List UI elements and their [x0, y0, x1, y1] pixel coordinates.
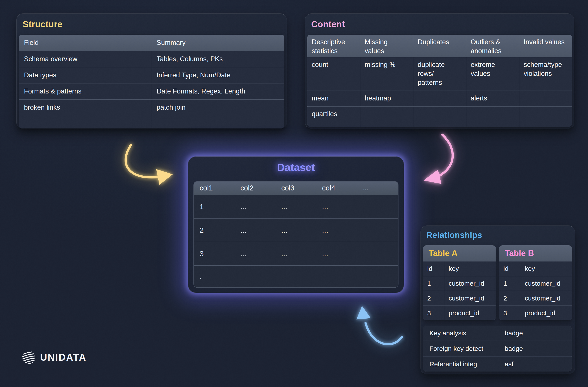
table-cell: [357, 195, 398, 219]
unidata-logo: UNIDATA: [22, 350, 86, 364]
table-cell: ...: [316, 219, 357, 242]
relationship-tables: Table A id key 1 customer_id 2 customer_…: [423, 245, 572, 320]
table-cell: ...: [275, 242, 316, 266]
relationship-check-row: Referential integ asf: [423, 356, 572, 371]
dataset-title: Dataset: [188, 161, 404, 174]
table-cell: duplicate rows/ patterns: [413, 57, 466, 90]
table-cell: 1: [194, 195, 235, 219]
table-cell: 2: [423, 291, 444, 306]
table-b-title: Table B: [499, 245, 572, 261]
table-cell: [357, 219, 398, 242]
table-cell: customer_id: [444, 291, 496, 306]
table-cell: customer_id: [520, 276, 572, 291]
dataset-header: col1: [194, 181, 235, 195]
structure-header-summary: Summary: [151, 35, 284, 51]
table-a-title: Table A: [423, 245, 496, 261]
table-cell: 2: [194, 219, 235, 242]
relationships-panel: Relationships Table A id key 1 customer_…: [420, 226, 575, 375]
check-value: badge: [505, 341, 572, 356]
dataset-header: col2: [235, 181, 275, 195]
check-label: Key analysis: [423, 326, 505, 341]
table-cell: [360, 107, 413, 127]
content-header: Duplicates: [413, 35, 466, 57]
relationship-check-row: Foreign key detect badge: [423, 341, 572, 356]
table-b-header-key: key: [520, 261, 572, 276]
table-cell: mean: [307, 90, 360, 106]
table-cell: ...: [235, 242, 275, 266]
table-cell: 3: [194, 242, 235, 266]
table-cell: patch join: [151, 99, 284, 128]
table-cell: heatmap: [360, 90, 413, 106]
table-a: Table A id key 1 customer_id 2 customer_…: [423, 245, 496, 320]
content-to-dataset-arrow: [423, 135, 453, 184]
content-header: Missing values: [360, 35, 413, 57]
dataset-header: col4: [316, 181, 357, 195]
content-header: Outliers & anomalies: [466, 35, 519, 57]
table-cell: quartiles: [307, 107, 360, 127]
table-cell: ...: [235, 195, 275, 219]
table-cell: alerts: [466, 90, 519, 106]
table-cell: 3: [423, 306, 444, 320]
table-cell: customer_id: [444, 276, 496, 291]
content-header: Descriptive statistics: [307, 35, 360, 57]
table-b: Table B id key 1 customer_id 2 customer_…: [499, 245, 572, 320]
table-cell: ...: [316, 242, 357, 266]
structure-panel: Structure Field Summary Schema overview …: [16, 14, 287, 129]
table-cell: Formats & patterns: [19, 83, 151, 99]
table-cell: [357, 242, 398, 266]
dataset-panel: Dataset col1 col2 col3 col4 ... 1 ... ..…: [188, 156, 404, 293]
logo-text: UNIDATA: [40, 352, 86, 363]
table-cell: ...: [316, 195, 357, 219]
striped-globe-icon: [22, 350, 36, 364]
table-cell: ...: [275, 219, 316, 242]
content-panel: Content Descriptive statistics Missing v…: [305, 14, 574, 129]
content-table: Descriptive statistics Missing values Du…: [307, 35, 572, 127]
table-cell: [519, 107, 572, 127]
relationship-summary-list: Key analysis badge Foreign key detect ba…: [423, 326, 572, 371]
content-title: Content: [311, 19, 345, 29]
table-cell: 1: [499, 276, 520, 291]
structure-table: Field Summary Schema overview Tables, Co…: [19, 35, 284, 128]
table-cell: [466, 107, 519, 127]
table-cell: missing %: [360, 57, 413, 90]
table-cell: 3: [499, 306, 520, 320]
content-header: Invalid values: [519, 35, 572, 57]
dataset-header: col3: [275, 181, 316, 195]
table-cell: Schema overview: [19, 51, 151, 67]
structure-title: Structure: [23, 19, 62, 29]
table-a-header-id: id: [423, 261, 444, 276]
table-cell: ...: [275, 195, 316, 219]
table-cell: [275, 266, 316, 288]
table-a-header-key: key: [444, 261, 496, 276]
table-cell: Data types: [19, 67, 151, 83]
table-cell: Inferred Type, Num/Date: [151, 67, 284, 83]
table-cell: product_id: [520, 306, 572, 320]
table-cell: .: [194, 266, 235, 288]
table-cell: 1: [423, 276, 444, 291]
table-cell: [357, 266, 398, 288]
table-cell: [316, 266, 357, 288]
check-label: Referential integ: [423, 356, 505, 371]
structure-to-dataset-arrow: [126, 145, 173, 185]
table-cell: schema/type violations: [519, 57, 572, 90]
structure-header-field: Field: [19, 35, 151, 51]
table-b-header-id: id: [499, 261, 520, 276]
diagram-canvas: Structure Field Summary Schema overview …: [0, 0, 588, 387]
check-label: Foreign key detect: [423, 341, 505, 356]
table-cell: [413, 90, 466, 106]
relationships-title: Relationships: [426, 231, 482, 240]
table-cell: 2: [499, 291, 520, 306]
table-cell: Tables, Columns, PKs: [151, 51, 284, 67]
relationship-check-row: Key analysis badge: [423, 326, 572, 341]
relationships-to-dataset-arrow: [356, 306, 402, 344]
table-cell: count: [307, 57, 360, 90]
table-cell: product_id: [444, 306, 496, 320]
table-cell: [519, 90, 572, 106]
dataset-header-ellipsis: ...: [357, 181, 398, 195]
table-cell: ...: [235, 219, 275, 242]
table-cell: Date Formats, Regex, Length: [151, 83, 284, 99]
table-cell: broken links: [19, 99, 151, 128]
dataset-table: col1 col2 col3 col4 ... 1 ... ... ... 2 …: [193, 181, 399, 288]
table-cell: [413, 107, 466, 127]
check-value: badge: [505, 326, 572, 341]
